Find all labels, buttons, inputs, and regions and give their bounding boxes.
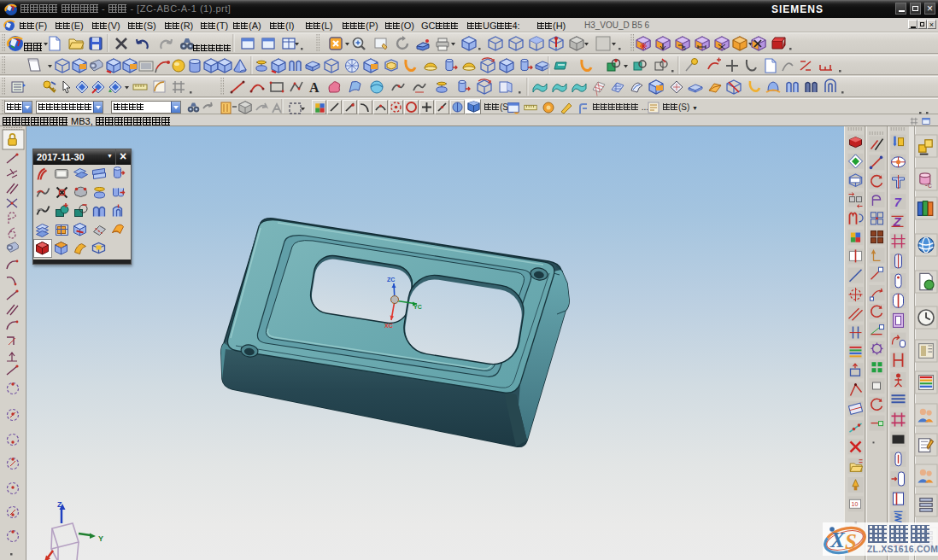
svg-text:Z: Z: [57, 500, 62, 509]
svg-text:XC: XC: [384, 323, 393, 329]
svg-text:ZC: ZC: [387, 277, 395, 283]
svg-text:S: S: [845, 530, 857, 553]
svg-text:Y: Y: [98, 534, 103, 543]
svg-text:X: X: [830, 528, 846, 551]
svg-text:YC: YC: [413, 304, 422, 310]
